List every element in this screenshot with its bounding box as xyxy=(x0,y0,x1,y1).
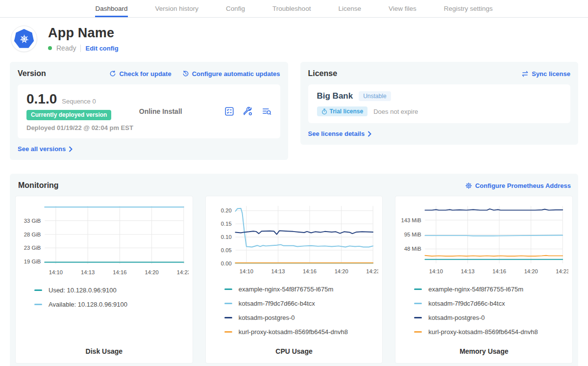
configure-automatic-updates-button[interactable]: Configure automatic updates xyxy=(182,70,280,78)
svg-text:28 GiB: 28 GiB xyxy=(24,232,41,237)
svg-text:14:20: 14:20 xyxy=(145,269,158,275)
tab-registry-settings[interactable]: Registry settings xyxy=(444,0,493,17)
svg-text:0.15: 0.15 xyxy=(221,221,232,227)
top-nav: Dashboard Version history Config Trouble… xyxy=(0,0,588,18)
svg-text:14:23: 14:23 xyxy=(556,268,569,274)
sync-arrows-icon xyxy=(521,70,529,78)
legend-item: kurl-proxy-kotsadm-8569fb6454-dnvh8 xyxy=(224,328,379,336)
svg-text:14:16: 14:16 xyxy=(113,269,126,275)
see-all-versions-link[interactable]: See all versions xyxy=(18,145,73,153)
svg-text:14:10: 14:10 xyxy=(429,268,443,274)
version-card: Version Check for update Configure au xyxy=(10,62,288,160)
svg-text:0.20: 0.20 xyxy=(221,208,232,213)
cpu-usage-chart: 0.000.050.100.150.2014:1014:1314:1614:20… xyxy=(210,202,379,278)
configure-prometheus-button[interactable]: Configure Prometheus Address xyxy=(465,182,571,189)
deployed-timestamp: Deployed 01/19/22 @ 02:04 pm EST xyxy=(26,124,139,131)
svg-text:0.05: 0.05 xyxy=(221,247,232,253)
legend-label: Available: 10.128.0.96:9100 xyxy=(49,301,127,308)
check-for-update-button[interactable]: Check for update xyxy=(109,70,171,78)
legend-item: Available: 10.128.0.96:9100 xyxy=(34,301,189,308)
kubernetes-logo-icon xyxy=(11,26,37,52)
svg-text:48 MiB: 48 MiB xyxy=(404,246,421,252)
chart-title: Disk Usage xyxy=(20,342,189,355)
page-title: App Name xyxy=(48,26,119,41)
legend-color-swatch xyxy=(34,304,42,305)
svg-text:95 MiB: 95 MiB xyxy=(404,232,421,237)
checklist-icon xyxy=(224,106,234,116)
legend-label: kotsadm-7f9dc7d66c-b4tcx xyxy=(239,300,315,307)
chevron-right-icon xyxy=(368,131,371,137)
version-card-title: Version xyxy=(18,69,46,78)
disk-usage-legend: Used: 10.128.0.96:9100Available: 10.128.… xyxy=(34,287,189,315)
legend-item: kotsadm-7f9dc7d66c-b4tcx xyxy=(224,300,379,307)
svg-text:14:16: 14:16 xyxy=(492,268,506,274)
license-card-title: License xyxy=(308,69,338,78)
monitoring-title: Monitoring xyxy=(18,181,59,190)
legend-color-swatch xyxy=(414,331,422,333)
legend-color-swatch xyxy=(414,317,422,318)
svg-text:19 GiB: 19 GiB xyxy=(24,259,41,264)
svg-text:14:13: 14:13 xyxy=(81,269,95,275)
license-info-card: Big Bank Unstable Trial license Do xyxy=(308,84,571,123)
stopwatch-icon xyxy=(321,108,327,115)
logs-search-icon xyxy=(262,106,271,116)
tab-license[interactable]: License xyxy=(338,0,361,17)
legend-color-swatch xyxy=(34,289,42,291)
app-header: App Name Ready Edit config xyxy=(0,18,588,57)
legend-item: kotsadm-postgres-0 xyxy=(224,314,379,321)
history-clock-icon xyxy=(182,70,189,77)
legend-item: kotsadm-7f9dc7d66c-b4tcx xyxy=(414,300,568,307)
cards-row: Version Check for update Configure au xyxy=(0,57,588,160)
gear-icon xyxy=(465,182,472,189)
legend-label: kotsadm-postgres-0 xyxy=(428,314,485,321)
install-type-label: Online Install xyxy=(139,107,224,115)
legend-item: Used: 10.128.0.96:9100 xyxy=(34,287,189,294)
legend-label: kotsadm-7f9dc7d66c-b4tcx xyxy=(428,300,505,307)
helm-wheel-icon xyxy=(20,34,29,44)
disk-usage-chart-card: 19 GiB23 GiB28 GiB33 GiB14:1014:1314:161… xyxy=(15,196,193,364)
trial-license-badge: Trial license xyxy=(317,106,368,116)
divider xyxy=(80,45,81,52)
tab-config[interactable]: Config xyxy=(226,0,245,17)
preflight-checks-button[interactable] xyxy=(224,106,234,116)
cpu-usage-legend: example-nginx-54f8f76755-l675mkotsadm-7f… xyxy=(224,286,379,342)
legend-item: example-nginx-54f8f76755-l675m xyxy=(224,286,379,293)
legend-color-swatch xyxy=(224,331,232,333)
legend-item: kotsadm-postgres-0 xyxy=(414,314,568,321)
legend-label: example-nginx-54f8f76755-l675m xyxy=(428,286,523,293)
memory-usage-chart: 48 MiB95 MiB143 MiB14:1014:1314:1614:201… xyxy=(399,202,568,278)
license-expiry: Does not expire xyxy=(373,108,418,115)
sync-license-button[interactable]: Sync license xyxy=(521,70,570,78)
current-version-card: 0.1.0 Sequence 0 Currently deployed vers… xyxy=(18,84,280,138)
disk-usage-chart: 19 GiB23 GiB28 GiB33 GiB14:1014:1314:161… xyxy=(20,202,189,279)
view-deploy-logs-button[interactable] xyxy=(262,106,271,116)
see-license-details-link[interactable]: See license details xyxy=(308,130,372,137)
legend-color-swatch xyxy=(224,303,232,304)
svg-text:23 GiB: 23 GiB xyxy=(24,245,41,251)
chart-title: CPU Usage xyxy=(210,342,379,355)
memory-usage-chart-card: 48 MiB95 MiB143 MiB14:1014:1314:1614:201… xyxy=(395,196,573,364)
refresh-icon xyxy=(109,70,116,77)
legend-label: kurl-proxy-kotsadm-8569fb6454-dnvh8 xyxy=(428,328,538,336)
status-dot-icon xyxy=(48,46,52,50)
tab-dashboard[interactable]: Dashboard xyxy=(95,0,127,17)
monitoring-section: Monitoring Configure Prometheus Address … xyxy=(10,174,578,366)
memory-usage-legend: example-nginx-54f8f76755-l675mkotsadm-7f… xyxy=(414,286,568,342)
svg-text:143 MiB: 143 MiB xyxy=(401,217,421,223)
chevron-right-icon xyxy=(69,146,73,152)
svg-text:14:23: 14:23 xyxy=(177,269,189,275)
tab-troubleshoot[interactable]: Troubleshoot xyxy=(272,0,311,17)
wrench-gear-icon xyxy=(243,106,253,116)
channel-badge: Unstable xyxy=(359,91,391,101)
edit-config-link[interactable]: Edit config xyxy=(85,45,118,52)
legend-color-swatch xyxy=(224,288,232,290)
legend-color-swatch xyxy=(414,288,422,290)
tab-version-history[interactable]: Version history xyxy=(155,0,199,17)
edit-config-gear-button[interactable] xyxy=(243,106,253,116)
status-badge: Ready xyxy=(56,44,76,52)
svg-text:14:20: 14:20 xyxy=(334,268,348,274)
version-sequence: Sequence 0 xyxy=(62,98,96,105)
svg-text:14:10: 14:10 xyxy=(49,269,63,275)
legend-color-swatch xyxy=(414,303,422,304)
tab-view-files[interactable]: View files xyxy=(389,0,416,17)
